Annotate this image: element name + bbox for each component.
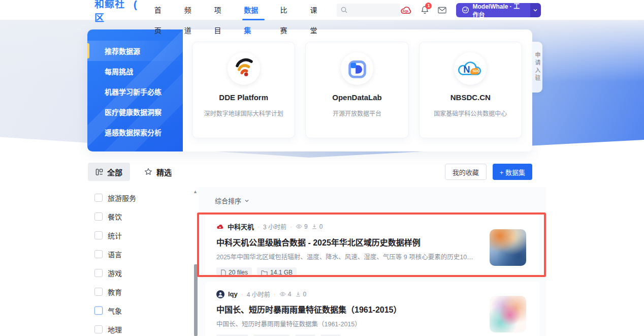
source-card-opendatalab[interactable]: OpenDataLab 开源开放数据平台 bbox=[305, 42, 408, 138]
nbsdc-icon-letter: N bbox=[464, 64, 470, 75]
dataset-thumbnail[interactable] bbox=[490, 296, 526, 332]
dataset-author[interactable]: 中科天机 bbox=[228, 222, 254, 231]
downloads-stat: 0 bbox=[295, 291, 307, 298]
filter-label: 游戏 bbox=[108, 268, 122, 278]
checkbox[interactable] bbox=[94, 325, 103, 333]
tab-featured-datasets[interactable]: 精选 bbox=[144, 167, 172, 177]
dataset-title[interactable]: 中国长、短历时暴雨雨量特征数据集（1961-2015） bbox=[216, 303, 478, 315]
opendatalab-icon bbox=[341, 52, 373, 85]
checkbox[interactable] bbox=[94, 212, 103, 221]
checkbox[interactable] bbox=[94, 269, 103, 277]
filter-language[interactable]: 语言 bbox=[94, 245, 188, 263]
size-badge: 14.1 GB bbox=[257, 267, 297, 278]
recommend-panel: 推荐数据源 每周挑战 机器学习新手必练 医疗健康数据洞察 遥感数据探索分析 DD… bbox=[87, 29, 532, 151]
filter-label: 地理 bbox=[108, 324, 122, 334]
nav-item-competitions[interactable]: 比赛 bbox=[280, 0, 293, 20]
filter-education[interactable]: 教育 bbox=[94, 282, 188, 301]
download-icon bbox=[311, 224, 317, 230]
downloads-count: 0 bbox=[319, 223, 323, 230]
source-card-subtitle: 开源开放数据平台 bbox=[333, 109, 381, 117]
dataset-badges: 20 files 14.1 GB bbox=[216, 267, 478, 278]
sidebar-item-weekly-challenge[interactable]: 每周挑战 bbox=[87, 61, 183, 81]
sidebar-item-ml-beginner[interactable]: 机器学习新手必练 bbox=[87, 81, 183, 102]
workspace-dropdown-toggle[interactable] bbox=[530, 3, 541, 17]
tab-featured-label: 精选 bbox=[156, 167, 172, 177]
category-filter-list: 旅游服务 餐饮 统计 语言 游戏 教育 气象 地理 bbox=[94, 188, 188, 336]
dde-platform-icon bbox=[228, 52, 260, 85]
source-card-title: NBSDC.CN bbox=[450, 93, 491, 102]
dataset-meta-row: lqy · 4 小时前 · 4 0 bbox=[216, 290, 478, 298]
nav-item-channels[interactable]: 频道 bbox=[184, 0, 197, 20]
search-input[interactable] bbox=[350, 7, 396, 14]
sql-lab-button[interactable]: SQL bbox=[400, 6, 412, 15]
dataset-toolbar: 全部 精选 我的收藏 + 数据集 bbox=[88, 163, 532, 181]
filter-travel-services[interactable]: 旅游服务 bbox=[94, 188, 188, 207]
sidebar-item-remote-sensing[interactable]: 遥感数据探索分析 bbox=[87, 122, 183, 142]
notification-badge: 1 bbox=[425, 3, 432, 9]
sort-dropdown[interactable]: 综合排序 bbox=[199, 187, 254, 205]
dataset-card[interactable]: lqy · 4 小时前 · 4 0 中国长、短历时暴雨雨量特征数据集（19 bbox=[205, 282, 539, 336]
files-count-label: 20 files bbox=[229, 269, 248, 276]
avatar[interactable] bbox=[216, 290, 224, 298]
filter-meteorology[interactable]: 气象 bbox=[94, 301, 188, 320]
filter-geography[interactable]: 地理 bbox=[94, 320, 188, 336]
nav-item-home[interactable]: 首页 bbox=[154, 0, 167, 20]
dataset-author[interactable]: lqy bbox=[228, 290, 238, 298]
scrollbar-up-arrow[interactable]: ▲ bbox=[193, 189, 198, 194]
eye-icon bbox=[296, 223, 302, 230]
checkbox[interactable] bbox=[94, 250, 103, 258]
sidebar-item-recommended-sources[interactable]: 推荐数据源 bbox=[87, 41, 183, 61]
dataset-list: 综合排序 中科天机 · 3 小时前 · 9 bbox=[199, 187, 546, 336]
nav-item-classroom[interactable]: 课堂 bbox=[310, 0, 323, 20]
source-card-dde[interactable]: DDE Platform 深时数字地球国际大科学计划 bbox=[192, 42, 295, 138]
nav-item-projects[interactable]: 项目 bbox=[214, 0, 227, 20]
tab-all-label: 全部 bbox=[107, 167, 122, 177]
apply-to-join-tab[interactable]: 申请入驻 bbox=[532, 42, 542, 93]
main-nav: 首页 频道 项目 数据集 比赛 课堂 bbox=[154, 0, 323, 20]
views-stat: 9 bbox=[296, 223, 308, 230]
scrollbar-thumb[interactable] bbox=[194, 264, 198, 336]
apply-to-join-label: 申请入驻 bbox=[533, 52, 541, 82]
top-navbar: 和鲸社区 ( 首页 频道 项目 数据集 比赛 课堂 bbox=[0, 0, 644, 20]
chevron-down-icon bbox=[533, 8, 538, 13]
collection-grid-icon bbox=[95, 168, 103, 176]
sql-cloud-icon-label: SQL bbox=[403, 9, 409, 13]
filter-label: 语言 bbox=[108, 249, 122, 259]
chevron-down-icon bbox=[244, 198, 249, 203]
source-card-nbsdc[interactable]: N SDC NBSDC.CN 国家基础学科公共数据中心 bbox=[419, 42, 522, 138]
dataset-time: 3 小时前 bbox=[263, 222, 286, 231]
filter-label: 气象 bbox=[108, 306, 122, 316]
separator-dot: · bbox=[241, 291, 243, 298]
active-indicator bbox=[87, 43, 89, 58]
site-logo[interactable]: 和鲸社区 ( bbox=[94, 0, 137, 24]
views-count: 4 bbox=[288, 291, 292, 298]
checkbox[interactable] bbox=[94, 288, 103, 296]
my-favorites-button[interactable]: 我的收藏 bbox=[445, 164, 487, 180]
search-icon bbox=[341, 7, 347, 13]
workspace-button[interactable]: ModelWhale · 工作台 bbox=[456, 3, 541, 17]
dataset-title[interactable]: 中科天机公里级融合数据 - 2025年华北区域历史数据样例 bbox=[216, 236, 478, 248]
notifications-button[interactable]: 1 bbox=[421, 6, 429, 14]
create-dataset-button[interactable]: + 数据集 bbox=[493, 164, 532, 180]
banner-sidebar: 推荐数据源 每周挑战 机器学习新手必练 医疗健康数据洞察 遥感数据探索分析 bbox=[87, 29, 183, 151]
source-card-subtitle: 国家基础学科公共数据中心 bbox=[434, 109, 507, 117]
filter-statistics[interactable]: 统计 bbox=[94, 226, 188, 245]
checkbox[interactable] bbox=[94, 231, 103, 239]
dataset-thumbnail[interactable] bbox=[490, 229, 526, 266]
dataset-card[interactable]: 中科天机 · 3 小时前 · 9 0 中科天机公里级融合数据 - 2025 bbox=[205, 213, 539, 276]
workspace-button-label: ModelWhale · 工作台 bbox=[472, 3, 524, 17]
filter-catering[interactable]: 餐饮 bbox=[94, 207, 188, 226]
checkbox[interactable] bbox=[94, 194, 103, 202]
messages-button[interactable] bbox=[438, 7, 446, 14]
dataset-meta-row: 中科天机 · 3 小时前 · 9 0 bbox=[216, 222, 478, 231]
tab-all-datasets[interactable]: 全部 bbox=[88, 163, 130, 181]
filter-games[interactable]: 游戏 bbox=[94, 263, 188, 282]
downloads-count: 0 bbox=[303, 291, 307, 298]
sidebar-item-medical-insight[interactable]: 医疗健康数据洞察 bbox=[87, 102, 183, 122]
source-card-title: OpenDataLab bbox=[332, 93, 382, 102]
filter-label: 餐饮 bbox=[108, 211, 122, 222]
sidebar-item-label: 推荐数据源 bbox=[105, 46, 140, 56]
global-search[interactable] bbox=[337, 4, 400, 17]
nav-item-datasets[interactable]: 数据集 bbox=[244, 0, 263, 20]
checkbox[interactable] bbox=[94, 307, 103, 315]
